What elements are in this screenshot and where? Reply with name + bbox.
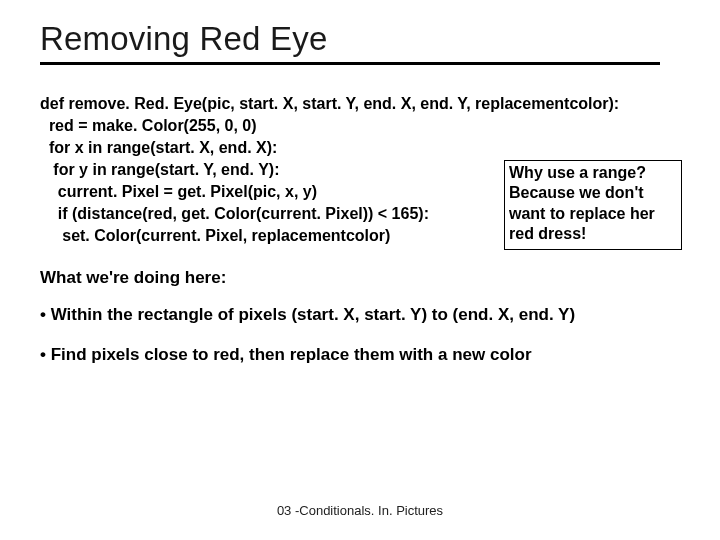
code-line-5: current. Pixel = get. Pixel(pic, x, y) (40, 183, 317, 200)
section-heading: What we're doing here: (40, 268, 680, 288)
bullet-2: • Find pixels close to red, then replace… (40, 344, 600, 367)
callout-answer: Because we don't want to replace her red… (509, 183, 677, 244)
code-line-6: if (distance(red, get. Color(current. Pi… (40, 205, 429, 222)
code-line-4: for y in range(start. Y, end. Y): (40, 161, 279, 178)
code-line-7: set. Color(current. Pixel, replacementco… (40, 227, 390, 244)
code-line-3: for x in range(start. X, end. X): (40, 139, 277, 156)
slide-title: Removing Red Eye (40, 20, 680, 58)
slide: Removing Red Eye def remove. Red. Eye(pi… (0, 0, 720, 540)
code-line-1: def remove. Red. Eye(pic, start. X, star… (40, 95, 619, 112)
callout-box: Why use a range? Because we don't want t… (504, 160, 682, 250)
slide-footer: 03 -Conditionals. In. Pictures (0, 503, 720, 518)
bullet-1: • Within the rectangle of pixels (start.… (40, 304, 600, 327)
title-underline (40, 62, 660, 65)
callout-question: Why use a range? (509, 163, 677, 183)
code-line-2: red = make. Color(255, 0, 0) (40, 117, 257, 134)
